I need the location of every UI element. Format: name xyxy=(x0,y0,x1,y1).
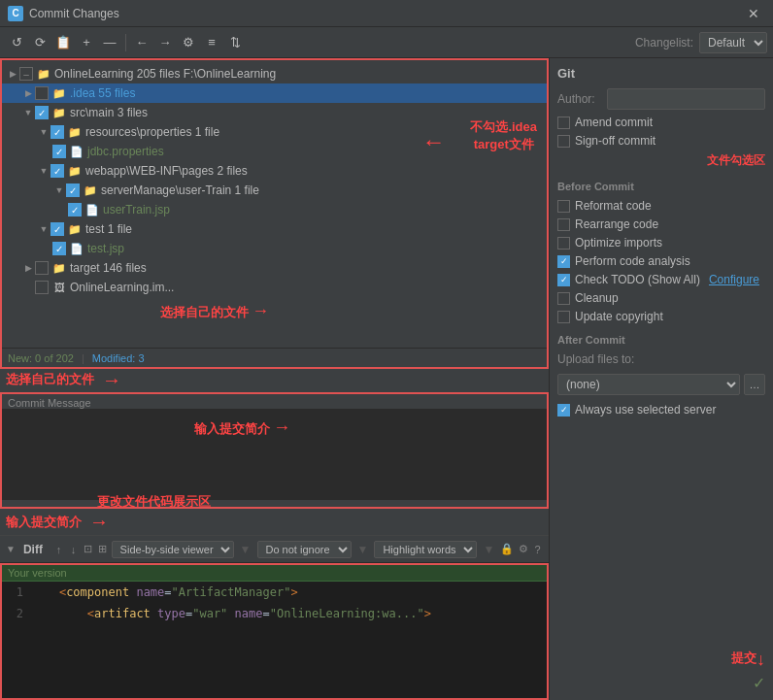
settings-button[interactable]: ⚙ xyxy=(178,32,199,53)
tree-checkbox[interactable]: ✓ xyxy=(50,222,64,236)
file-icon: 📄 xyxy=(69,241,84,256)
tree-row[interactable]: ▶ 📁 target 146 files xyxy=(2,258,547,278)
optimize-imports-row[interactable]: Optimize imports xyxy=(557,236,765,250)
perform-analysis-checkbox[interactable]: ✓ xyxy=(557,255,570,268)
tree-checkbox[interactable] xyxy=(35,281,49,294)
tree-row[interactable]: ✓ 📄 jdbc.properties xyxy=(2,142,547,161)
diff-up-button[interactable]: ↑ xyxy=(53,540,64,559)
cleanup-checkbox[interactable] xyxy=(557,292,570,305)
tree-checkbox[interactable]: – xyxy=(19,67,33,81)
tree-arrow[interactable]: ▼ xyxy=(21,106,35,119)
diff-down-button[interactable]: ↓ xyxy=(68,540,79,559)
tree-checkbox[interactable]: ✓ xyxy=(68,203,82,217)
close-button[interactable]: ✕ xyxy=(742,4,765,23)
diff-header: ▼ Diff ↑ ↓ ⊡ ⊞ Side-by-side viewer ▼ Do … xyxy=(0,536,549,563)
signoff-commit-checkbox[interactable] xyxy=(557,135,570,148)
git-author-input[interactable] xyxy=(607,88,765,110)
tree-arrow[interactable]: ▼ xyxy=(37,164,50,178)
tree-row[interactable]: 🖼 OnlineLearning.im... xyxy=(2,278,547,297)
check-todo-checkbox[interactable]: ✓ xyxy=(557,274,570,286)
optimize-imports-label: Optimize imports xyxy=(575,236,662,250)
changelist-dropdown[interactable]: Default xyxy=(699,32,767,53)
signoff-commit-label: Sign-off commit xyxy=(575,134,655,148)
clipboard-button[interactable]: 📋 xyxy=(52,32,74,53)
update-copyright-row[interactable]: Update copyright xyxy=(557,310,765,323)
remove-button[interactable]: — xyxy=(99,32,120,53)
folder-icon: 📁 xyxy=(67,163,83,179)
menu-button[interactable]: ≡ xyxy=(201,32,222,53)
tree-checkbox[interactable]: ✓ xyxy=(35,106,49,119)
app-icon: C xyxy=(8,6,23,21)
annotation-input-msg: 输入提交简介 → xyxy=(0,509,549,535)
perform-analysis-row[interactable]: ✓ Perform code analysis xyxy=(557,254,765,268)
tree-checkbox[interactable]: ✓ xyxy=(50,125,64,139)
tree-row[interactable]: ▼ ✓ 📁 serverManage\user-Train 1 file xyxy=(2,181,547,200)
tree-arrow[interactable]: ▶ xyxy=(21,261,35,275)
rearrange-code-checkbox[interactable] xyxy=(557,218,570,231)
sort-button[interactable]: ⇅ xyxy=(224,32,246,53)
optimize-imports-checkbox[interactable] xyxy=(557,237,570,250)
before-commit-title: Before Commit xyxy=(557,181,765,192)
tree-item-label: serverManage\user-Train 1 file xyxy=(101,183,259,197)
reformat-code-checkbox[interactable] xyxy=(557,200,570,213)
tree-row[interactable]: ✓ 📄 test.jsp xyxy=(2,239,547,258)
file-icon: 📄 xyxy=(84,202,100,217)
always-use-server-checkbox[interactable]: ✓ xyxy=(557,404,570,417)
tree-row[interactable]: ▶ 📁 .idea 55 files xyxy=(2,83,547,103)
diff-ignore-dropdown[interactable]: Do not ignore xyxy=(257,541,352,558)
amend-commit-checkbox-row[interactable]: Amend commit xyxy=(557,116,765,129)
tree-checkbox[interactable] xyxy=(35,261,49,275)
always-use-server-label: Always use selected server xyxy=(575,403,716,417)
check-todo-row[interactable]: ✓ Check TODO (Show All) Configure xyxy=(557,273,765,286)
tree-item-label: resources\properties 1 file xyxy=(85,125,219,139)
diff-content: Your version 1 <component name="Artifact… xyxy=(0,563,549,700)
tree-row[interactable]: ▼ ✓ 📁 test 1 file xyxy=(2,219,547,239)
tree-checkbox[interactable]: ✓ xyxy=(52,145,66,158)
sync-button[interactable]: ⟳ xyxy=(29,32,50,53)
tree-row[interactable]: ▼ ✓ 📁 resources\properties 1 file xyxy=(2,122,547,142)
diff-gear-button[interactable]: ⚙ xyxy=(518,540,528,559)
tree-arrow[interactable]: ▶ xyxy=(6,67,19,81)
tree-checkbox[interactable] xyxy=(35,86,49,100)
tree-row[interactable]: ✓ 📄 userTrain.jsp xyxy=(2,200,547,219)
tree-row[interactable]: ▼ ✓ 📁 src\main 3 files xyxy=(2,103,547,122)
cleanup-row[interactable]: Cleanup xyxy=(557,291,765,305)
tree-checkbox[interactable]: ✓ xyxy=(50,164,64,178)
rearrange-code-row[interactable]: Rearrange code xyxy=(557,217,765,231)
diff-expand-button[interactable]: ⊞ xyxy=(97,540,108,559)
back-button[interactable]: ← xyxy=(131,32,152,53)
diff-collapse-button[interactable]: ▼ xyxy=(6,544,16,554)
upload-dropdown[interactable]: (none) xyxy=(557,374,740,395)
tree-checkbox[interactable]: ✓ xyxy=(66,183,80,197)
diff-area: ▼ Diff ↑ ↓ ⊡ ⊞ Side-by-side viewer ▼ Do … xyxy=(0,535,549,700)
tree-item-label: target 146 files xyxy=(70,261,147,275)
tree-arrow[interactable]: ▶ xyxy=(21,86,35,100)
file-tree[interactable]: ▶ – 📁 OnlineLearning 205 files F:\Online… xyxy=(2,60,547,367)
diff-highlight-dropdown[interactable]: Highlight words xyxy=(374,541,477,558)
add-button[interactable]: + xyxy=(76,32,97,53)
annotation-file-checkbox: 文件勾选区 xyxy=(557,152,765,169)
amend-commit-checkbox[interactable] xyxy=(557,117,570,129)
forward-button[interactable]: → xyxy=(154,32,176,53)
tree-arrow[interactable]: ▼ xyxy=(37,125,50,139)
signoff-commit-checkbox-row[interactable]: Sign-off commit xyxy=(557,134,765,148)
tree-row[interactable]: ▶ – 📁 OnlineLearning 205 files F:\Online… xyxy=(2,64,547,83)
tree-checkbox[interactable]: ✓ xyxy=(52,242,66,255)
diff-viewer-dropdown[interactable]: Side-by-side viewer xyxy=(112,541,234,558)
refresh-button[interactable]: ↺ xyxy=(6,32,27,53)
tree-arrow[interactable]: ▼ xyxy=(37,222,50,236)
tree-arrow[interactable]: ▼ xyxy=(52,183,66,197)
folder-icon: 📁 xyxy=(51,260,67,276)
update-copyright-checkbox[interactable] xyxy=(557,311,570,323)
commit-message-input[interactable] xyxy=(2,409,547,500)
diff-copy-button[interactable]: ⊡ xyxy=(83,540,93,559)
tree-row[interactable]: ▼ ✓ 📁 webapp\WEB-INF\pages 2 files xyxy=(2,161,547,181)
diff-lock-button[interactable]: 🔒 xyxy=(500,540,514,559)
reformat-code-row[interactable]: Reformat code xyxy=(557,199,765,213)
configure-link[interactable]: Configure xyxy=(709,273,759,286)
amend-commit-label: Amend commit xyxy=(575,116,653,129)
upload-ellipsis-button[interactable]: … xyxy=(744,374,765,395)
file-icon: 📄 xyxy=(69,144,84,159)
diff-help-button[interactable]: ? xyxy=(532,540,543,559)
always-use-server-row[interactable]: ✓ Always use selected server xyxy=(557,403,765,417)
